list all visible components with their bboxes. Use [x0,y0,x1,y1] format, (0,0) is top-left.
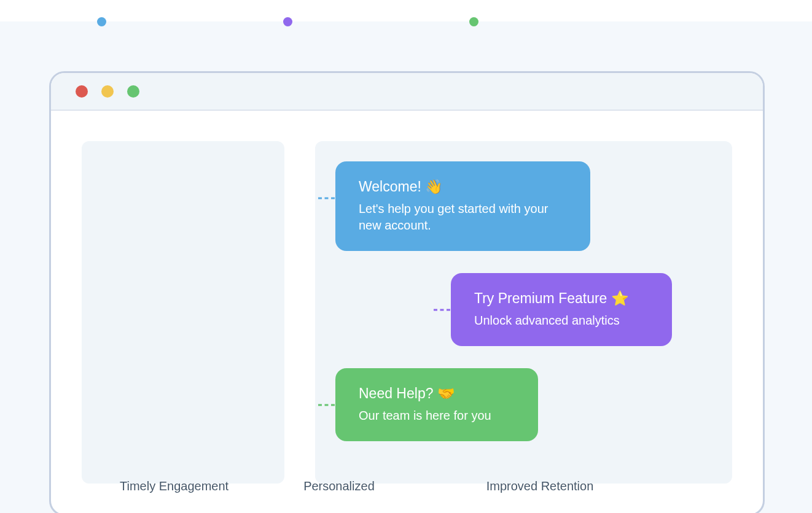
minimize-icon[interactable] [101,85,114,98]
feature-labels-row: Timely Engagement Personalized Improved … [120,479,593,493]
welcome-notification[interactable]: Welcome! 👋 Let's help you get started wi… [335,161,590,251]
indicator-dot-purple [283,17,292,26]
notification-title: Need Help? 🤝 [359,385,515,402]
indicator-dot-blue [97,17,106,26]
connector-line [318,404,335,406]
top-feature-indicators [97,17,478,26]
premium-notification[interactable]: Try Premium Feature ⭐ Unlock advanced an… [451,273,672,346]
notification-subtitle: Our team is here for you [359,407,515,424]
feature-label-personalized: Personalized [303,479,375,493]
maximize-icon[interactable] [127,85,139,98]
feature-label-timely: Timely Engagement [120,479,228,493]
close-icon[interactable] [76,85,88,98]
notification-subtitle: Unlock advanced analytics [474,312,649,329]
connector-line [318,198,335,199]
notification-subtitle: Let's help you get started with your new… [359,201,567,234]
connector-line [434,309,450,310]
browser-body: Welcome! 👋 Let's help you get started wi… [51,110,763,513]
sidebar-panel [82,141,284,484]
browser-titlebar [51,73,763,110]
indicator-dot-green [469,17,478,26]
help-notification[interactable]: Need Help? 🤝 Our team is here for you [335,368,538,441]
content-panel: Welcome! 👋 Let's help you get started wi… [315,141,732,484]
browser-window: Welcome! 👋 Let's help you get started wi… [49,71,765,513]
feature-label-retention: Improved Retention [486,479,594,493]
notification-title: Welcome! 👋 [359,179,567,195]
notification-title: Try Premium Feature ⭐ [474,290,649,307]
